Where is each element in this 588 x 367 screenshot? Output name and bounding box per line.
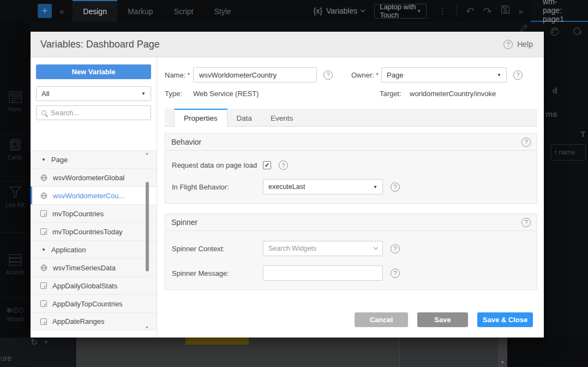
variable-list-item[interactable]: x AppDailyGlobalStats bbox=[31, 276, 157, 294]
help-icon[interactable]: ? bbox=[391, 182, 400, 192]
spinner-message-input[interactable] bbox=[263, 265, 383, 281]
name-owner-row: Name:* ? Owner:* Page ▼ ? bbox=[165, 67, 537, 82]
wavemaker-studio: + « Design Markup Script Style {x} Varia… bbox=[0, 0, 588, 367]
palette-item-accordion[interactable]: Accordi bbox=[0, 253, 30, 275]
scroll-up-icon: ▲ bbox=[145, 151, 149, 155]
add-widget-button[interactable]: + bbox=[38, 4, 52, 18]
inspect-cursor-icon[interactable] bbox=[573, 27, 583, 37]
collapse-left-icon[interactable]: « bbox=[59, 7, 64, 16]
expand-right-icon[interactable]: » bbox=[519, 7, 523, 15]
tab-design[interactable]: Design bbox=[73, 0, 117, 22]
device-selector[interactable]: Laptop with Touch ▼ bbox=[374, 4, 427, 19]
panel-text-fragment: T bbox=[580, 130, 585, 139]
help-icon: ? bbox=[503, 40, 513, 49]
check-icon: ✓ bbox=[265, 162, 269, 169]
variable-list: ▼ Page wsvWordometerGlobal wsvWorldomete… bbox=[31, 150, 157, 330]
variables-sidebar: New Variable All ▼ ▼ Page wsvW bbox=[31, 57, 157, 338]
design-canvas[interactable]: ▼ bbox=[76, 338, 507, 367]
canvas-tool-icons bbox=[544, 22, 588, 37]
variable-detail-panel: Name:* ? Owner:* Page ▼ ? Type: Web Serv… bbox=[157, 57, 544, 338]
page-tab[interactable]: wm-page: page1 bbox=[531, 0, 588, 22]
save-and-close-button[interactable]: Save & Close bbox=[477, 312, 533, 327]
request-data-checkbox[interactable]: ✓ bbox=[263, 161, 271, 169]
help-link[interactable]: ? Help bbox=[503, 40, 533, 49]
chevron-down-icon bbox=[361, 8, 365, 12]
tab-style[interactable]: Style bbox=[203, 0, 241, 22]
help-icon[interactable]: ? bbox=[513, 70, 523, 80]
scroll-down-icon: ▼ bbox=[145, 325, 149, 329]
add-icon[interactable]: + bbox=[43, 337, 48, 347]
required-marker: * bbox=[187, 71, 190, 79]
tab-data[interactable]: Data bbox=[227, 109, 262, 127]
request-data-label: Request data on page load bbox=[172, 161, 263, 169]
variable-list-item[interactable]: x AppDailyTopCountries bbox=[31, 294, 157, 312]
panel-name-input-fragment[interactable]: r name bbox=[551, 144, 586, 161]
refresh-icon[interactable]: ↻ bbox=[31, 337, 38, 347]
palette-item-wizard[interactable]: Wizard bbox=[0, 307, 30, 322]
type-value: Web Service (REST) bbox=[193, 90, 345, 98]
variable-search[interactable] bbox=[36, 105, 151, 120]
variable-group-application[interactable]: ▼ Application bbox=[31, 240, 157, 258]
owner-label: Owner:* bbox=[351, 71, 381, 79]
detail-tabs: Properties Data Events bbox=[165, 109, 537, 127]
theme-palette-icon[interactable] bbox=[550, 27, 560, 37]
inflight-label: In Flight Behavior: bbox=[172, 183, 263, 191]
help-icon[interactable]: ? bbox=[521, 138, 531, 147]
canvas-scrollbar[interactable]: ▼ bbox=[498, 338, 507, 367]
wizard-steps-icon bbox=[6, 307, 25, 313]
variable-filter-select[interactable]: All ▼ bbox=[36, 86, 151, 101]
variable-list-item[interactable]: x mvTopCountriesToday bbox=[31, 222, 157, 240]
inflight-select[interactable]: executeLast ▼ bbox=[263, 179, 383, 194]
tab-markup[interactable]: Markup bbox=[117, 0, 164, 22]
spinner-context-select[interactable]: Search Widgets bbox=[263, 241, 383, 256]
scrollbar-thumb[interactable] bbox=[146, 182, 149, 271]
variable-list-item[interactable]: x mvTopCountries bbox=[31, 204, 157, 222]
help-icon[interactable]: ? bbox=[323, 70, 333, 80]
model-variable-icon: x bbox=[40, 300, 47, 307]
palette-item-live-filter[interactable]: Live Filt bbox=[0, 185, 30, 208]
tab-properties[interactable]: Properties bbox=[174, 109, 227, 127]
search-input[interactable] bbox=[51, 109, 133, 117]
tab-script[interactable]: Script bbox=[164, 0, 204, 22]
help-icon[interactable]: ? bbox=[391, 269, 400, 278]
cut-label: ure bbox=[1, 354, 11, 363]
canvas-right-gutter bbox=[507, 338, 588, 367]
spinner-context-label: Spinner Context: bbox=[172, 245, 263, 253]
owner-select[interactable]: Page ▼ bbox=[381, 67, 507, 82]
cancel-button[interactable]: Cancel bbox=[355, 312, 408, 327]
properties-panel: d ms T r name bbox=[544, 22, 588, 367]
variable-list-item[interactable]: wsvWordometerGlobal bbox=[31, 168, 157, 186]
caret-down-icon: ▼ bbox=[497, 73, 501, 78]
sidebar-scrollbar[interactable]: ▲ ▼ bbox=[145, 151, 149, 329]
more-options-icon[interactable]: ⋮ bbox=[439, 6, 447, 16]
variable-list-item-selected[interactable]: wsvWorldometerCou... bbox=[31, 186, 157, 204]
scroll-down-icon: ▼ bbox=[501, 360, 505, 365]
tab-events[interactable]: Events bbox=[261, 109, 302, 127]
variable-group-page[interactable]: ▼ Page bbox=[31, 150, 157, 168]
save-icon[interactable] bbox=[501, 5, 510, 16]
redo-icon[interactable]: ↷ bbox=[483, 6, 492, 16]
type-label: Type: bbox=[165, 90, 193, 98]
dialog-footer: Cancel Save Save & Close bbox=[355, 312, 533, 327]
help-icon[interactable]: ? bbox=[391, 244, 400, 253]
editor-mode-tabs: Design Markup Script Style bbox=[73, 0, 241, 22]
variable-list-item[interactable]: wsvTimeSeriesData bbox=[31, 258, 157, 276]
palette-item-cards[interactable]: Cards bbox=[0, 138, 30, 161]
save-button[interactable]: Save bbox=[417, 312, 468, 327]
palette-item-form[interactable]: Form bbox=[0, 91, 30, 113]
canvas-quick-icons: ↻ + bbox=[31, 337, 49, 347]
palette-divider bbox=[0, 232, 30, 233]
name-input[interactable] bbox=[193, 67, 317, 82]
type-target-row: Type: Web Service (REST) Target: worldom… bbox=[165, 90, 537, 98]
help-icon[interactable]: ? bbox=[279, 161, 288, 170]
new-variable-button[interactable]: New Variable bbox=[36, 64, 151, 79]
behavior-section: Behavior ? Request data on page load ✓ ?… bbox=[165, 133, 537, 204]
spinner-section: Spinner ? Spinner Context: Search Widget… bbox=[165, 214, 537, 290]
variable-list-item[interactable]: x AppDateRanges bbox=[31, 312, 157, 330]
undo-icon[interactable]: ↶ bbox=[466, 6, 475, 16]
help-icon[interactable]: ? bbox=[521, 218, 531, 227]
top-toolbar: + « Design Markup Script Style {x} Varia… bbox=[0, 0, 588, 22]
variables-menu[interactable]: {x} Variables bbox=[314, 7, 365, 15]
toolbar-divider bbox=[457, 4, 457, 17]
tree-expanded-icon: ▼ bbox=[41, 157, 46, 162]
